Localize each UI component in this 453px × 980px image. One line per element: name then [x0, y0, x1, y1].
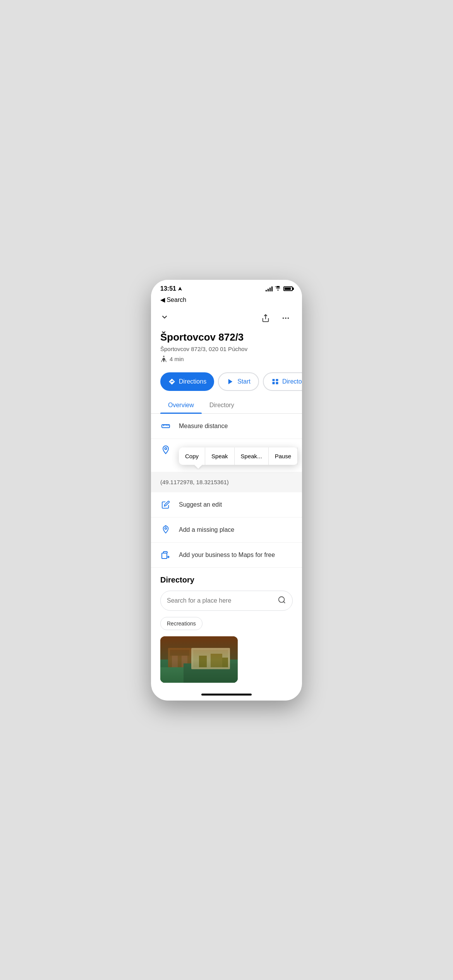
tooltip-speak-more[interactable]: Speak... — [235, 447, 269, 465]
home-indicator — [151, 689, 302, 701]
wifi-icon — [275, 286, 281, 292]
start-button[interactable]: Start — [218, 372, 259, 391]
svg-rect-6 — [272, 379, 275, 381]
svg-marker-5 — [228, 379, 233, 384]
tooltip-area: Copy Speak Speak... Pause — [179, 444, 298, 468]
directions-button[interactable]: Directions — [160, 372, 214, 391]
header-actions — [160, 311, 293, 325]
directory-button[interactable]: Directory — [263, 372, 302, 391]
tab-overview[interactable]: Overview — [160, 397, 202, 413]
more-options-button[interactable] — [279, 311, 293, 325]
home-bar — [201, 694, 252, 696]
chevron-down-icon — [160, 313, 169, 321]
search-button[interactable] — [278, 596, 286, 606]
svg-point-15 — [165, 447, 167, 449]
start-icon — [226, 378, 234, 385]
chip-recreations[interactable]: Recreations — [160, 617, 202, 630]
add-pin-icon — [160, 524, 171, 535]
svg-point-2 — [285, 317, 287, 319]
tabs-bar: Overview Directory — [151, 397, 302, 414]
svg-rect-7 — [276, 379, 278, 381]
svg-line-24 — [283, 601, 285, 603]
place-image — [160, 636, 238, 683]
phone-shell: 13:51 ◀ Search — [151, 280, 302, 701]
walking-time: 4 min — [160, 355, 293, 363]
location-arrow-icon — [178, 286, 182, 291]
time-display: 13:51 — [160, 285, 176, 292]
svg-rect-9 — [276, 382, 278, 384]
place-header: Športovcov 872/3 Športovcov 872/3, 020 0… — [151, 307, 302, 369]
status-icons — [266, 286, 293, 292]
svg-rect-8 — [272, 382, 275, 384]
battery-icon — [283, 286, 293, 291]
place-address: Športovcov 872/3, 020 01 Púchov — [160, 346, 293, 352]
tooltip-pause[interactable]: Pause — [269, 447, 298, 465]
search-icon — [278, 596, 286, 604]
collapse-button[interactable] — [160, 313, 169, 323]
more-icon — [281, 314, 290, 322]
action-buttons-row: Directions Start Directory — [151, 369, 302, 397]
svg-rect-19 — [162, 553, 167, 559]
add-missing-place-label: Add a missing place — [179, 526, 234, 533]
ruler-icon — [160, 421, 171, 432]
coordinates-row: (49.1172978, 18.3215361) — [151, 472, 302, 492]
measure-distance-item[interactable]: Measure distance — [151, 414, 302, 439]
add-business-item[interactable]: Add your business to Maps for free — [151, 543, 302, 568]
tooltip-speak[interactable]: Speak — [205, 447, 235, 465]
directory-icon — [271, 378, 279, 385]
svg-point-16 — [165, 528, 167, 529]
svg-point-3 — [288, 317, 289, 319]
walking-icon — [160, 355, 167, 363]
location-pin-icon — [160, 444, 171, 455]
directory-section-title: Directory — [160, 576, 293, 584]
tab-directory[interactable]: Directory — [202, 397, 242, 413]
back-navigation[interactable]: ◀ Search — [151, 295, 302, 307]
coordinates-text: (49.1172978, 18.3215361) — [160, 479, 229, 485]
status-bar: 13:51 — [151, 280, 302, 295]
share-button[interactable] — [259, 311, 273, 325]
suggest-edit-label: Suggest an edit — [179, 501, 222, 508]
svg-point-23 — [279, 596, 285, 602]
directory-search-input[interactable] — [167, 597, 278, 604]
suggest-edit-item[interactable]: Suggest an edit — [151, 492, 302, 517]
status-time: 13:51 — [160, 285, 182, 292]
signal-icon — [266, 286, 273, 291]
place-title: Športovcov 872/3 — [160, 331, 293, 343]
directions-icon — [168, 378, 176, 385]
add-business-label: Add your business to Maps for free — [179, 552, 275, 559]
directory-search-wrapper[interactable] — [160, 591, 293, 611]
location-row: Copy Speak Speak... Pause i — [151, 439, 302, 472]
svg-point-1 — [283, 317, 284, 319]
add-missing-place-item[interactable]: Add a missing place — [151, 517, 302, 543]
business-icon — [160, 550, 171, 560]
share-icon — [261, 314, 270, 322]
tooltip-arrow — [194, 465, 202, 469]
tooltip-copy[interactable]: Copy — [179, 447, 205, 465]
pencil-icon — [160, 499, 171, 510]
back-link[interactable]: ◀ Search — [160, 296, 293, 303]
tooltip-popup: Copy Speak Speak... Pause — [179, 447, 298, 465]
directory-section: Directory Recreations — [151, 568, 302, 689]
svg-point-4 — [163, 355, 165, 357]
measure-distance-label: Measure distance — [179, 423, 228, 430]
filter-chips: Recreations — [160, 617, 293, 630]
